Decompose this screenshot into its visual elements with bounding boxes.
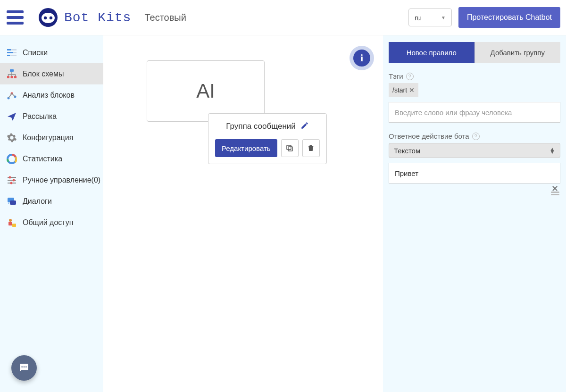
- lists-icon: [7, 48, 17, 58]
- statistics-icon: [7, 154, 17, 164]
- ai-block-card[interactable]: AI: [147, 60, 265, 122]
- sidebar-item-dialogs[interactable]: Диалоги: [0, 191, 103, 212]
- message-group-card: Группа сообщений Редактировать: [208, 113, 327, 164]
- svg-point-19: [9, 176, 11, 178]
- group-title: Группа сообщений: [226, 122, 296, 131]
- svg-rect-13: [14, 76, 17, 78]
- sidebar-item-manual-control[interactable]: Ручное управление(0): [0, 169, 103, 191]
- svg-rect-33: [287, 145, 291, 150]
- dialogs-icon: [7, 196, 17, 207]
- svg-point-2: [44, 17, 47, 19]
- svg-point-1: [42, 13, 55, 23]
- tab-new-rule[interactable]: Новое правило: [389, 42, 474, 63]
- response-type-value: Текстом: [394, 147, 420, 155]
- breadcrumb: Тестовый: [144, 12, 186, 23]
- svg-rect-25: [10, 200, 16, 205]
- sidebar-item-label: Диалоги: [23, 197, 52, 206]
- sidebar-item-label: Рассылка: [23, 112, 57, 121]
- response-text-input[interactable]: [389, 163, 560, 183]
- svg-rect-8: [7, 55, 10, 56]
- canvas[interactable]: AI i Группа сообщений Редактировать: [103, 35, 383, 392]
- language-select[interactable]: ru ▼: [408, 8, 452, 26]
- sidebar-item-label: Общий доступ: [23, 218, 74, 227]
- sidebar: Списки Блок схемы Анализ блоков Рассылка…: [0, 35, 103, 392]
- chat-fab[interactable]: [11, 355, 37, 381]
- svg-point-3: [50, 17, 52, 19]
- phrase-input[interactable]: [389, 102, 560, 123]
- analysis-icon: [7, 90, 17, 100]
- info-icon: i: [353, 50, 370, 67]
- svg-rect-32: [288, 147, 292, 151]
- resize-grip-icon[interactable]: [551, 194, 559, 195]
- sidebar-item-label: Анализ блоков: [23, 91, 75, 100]
- language-value: ru: [415, 14, 421, 22]
- sidebar-item-statistics[interactable]: Статистика: [0, 148, 103, 169]
- svg-point-26: [9, 219, 12, 222]
- sidebar-item-configuration[interactable]: Конфигурация: [0, 127, 103, 148]
- sidebar-item-label: Ручное управление(0): [23, 176, 100, 184]
- sort-caret-icon: ▲▼: [549, 148, 555, 153]
- test-chatbot-button[interactable]: Протестировать Chatbot: [458, 7, 560, 28]
- svg-point-31: [25, 366, 27, 367]
- tags-label: Тэги: [389, 72, 403, 80]
- gear-icon: [7, 133, 17, 143]
- svg-rect-28: [12, 224, 16, 227]
- sidebar-item-label: Блок схемы: [23, 70, 64, 78]
- delete-button[interactable]: [302, 139, 320, 157]
- tag-value: /start: [392, 86, 407, 94]
- right-panel: Новое правило Добавить группу Тэги ? /st…: [383, 35, 566, 392]
- sidebar-item-label: Статистика: [23, 155, 62, 163]
- sliders-icon: [7, 175, 17, 185]
- edit-button[interactable]: Редактировать: [215, 139, 277, 157]
- logo-text: Bot Kits: [64, 10, 131, 25]
- tab-add-group[interactable]: Добавить группу: [474, 42, 561, 63]
- svg-rect-5: [11, 49, 17, 50]
- sidebar-item-block-schemas[interactable]: Блок схемы: [0, 63, 103, 84]
- sidebar-item-block-analysis[interactable]: Анализ блоков: [0, 84, 103, 106]
- pencil-icon[interactable]: [300, 121, 309, 132]
- shared-access-icon: [7, 217, 17, 228]
- copy-button[interactable]: [281, 139, 299, 157]
- tag-remove-icon[interactable]: ✕: [409, 86, 415, 94]
- sidebar-item-label: Списки: [23, 49, 48, 57]
- response-label: Ответное действие бота: [389, 132, 469, 140]
- sidebar-item-shared-access[interactable]: Общий доступ: [0, 212, 103, 233]
- caret-down-icon: ▼: [441, 15, 446, 20]
- ai-card-label: AI: [196, 80, 215, 102]
- svg-rect-6: [7, 52, 13, 53]
- chat-icon: [18, 362, 30, 374]
- block-schema-icon: [7, 69, 17, 79]
- sidebar-item-broadcast[interactable]: Рассылка: [0, 106, 103, 127]
- help-icon[interactable]: ?: [472, 133, 480, 140]
- broadcast-icon: [7, 111, 17, 122]
- trash-icon: [307, 144, 315, 152]
- svg-point-30: [24, 366, 25, 367]
- response-type-select[interactable]: Текстом ▲▼: [389, 143, 560, 158]
- svg-rect-12: [11, 76, 13, 78]
- tag-chip: /start ✕: [389, 83, 418, 97]
- svg-rect-27: [8, 222, 12, 225]
- svg-point-23: [10, 182, 13, 184]
- logo-icon: [38, 7, 58, 28]
- svg-rect-7: [13, 52, 17, 53]
- svg-rect-10: [10, 69, 14, 72]
- svg-point-21: [13, 179, 15, 181]
- help-icon[interactable]: ?: [406, 73, 414, 80]
- info-badge[interactable]: i: [350, 46, 374, 70]
- hamburger-menu[interactable]: [6, 8, 25, 27]
- svg-rect-11: [7, 76, 9, 78]
- sidebar-item-lists[interactable]: Списки: [0, 42, 103, 63]
- sidebar-item-label: Конфигурация: [23, 133, 73, 142]
- svg-point-29: [21, 366, 23, 367]
- logo[interactable]: Bot Kits: [38, 7, 131, 28]
- svg-rect-4: [7, 49, 11, 50]
- svg-rect-9: [10, 55, 17, 56]
- copy-icon: [285, 144, 294, 152]
